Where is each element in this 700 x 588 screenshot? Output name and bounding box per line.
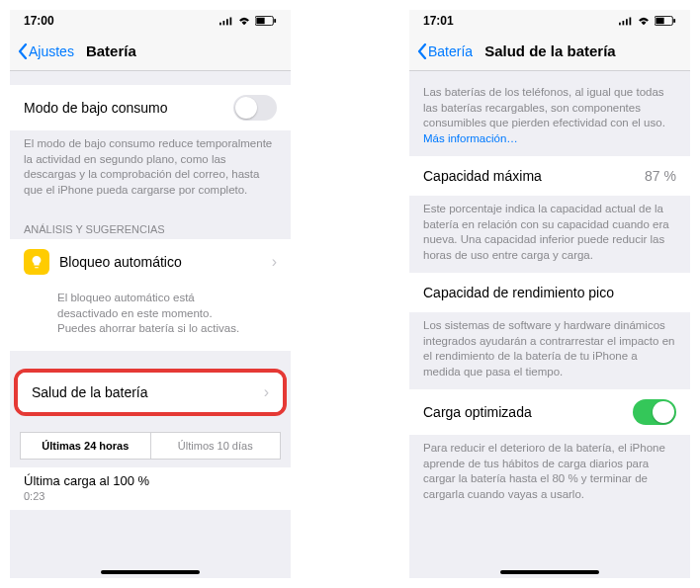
phone-battery-settings: 17:00 Ajustes Batería Modo de bajo consu…: [10, 10, 291, 578]
navbar: Batería Salud de la batería: [409, 32, 690, 71]
svg-rect-7: [619, 23, 621, 26]
max-capacity-footer: Este porcentaje indica la capacidad actu…: [409, 196, 690, 273]
battery-health-highlight: Salud de la batería ›: [14, 369, 287, 416]
svg-rect-2: [226, 19, 228, 25]
last-charge-time: 0:23: [10, 490, 291, 510]
max-capacity-label: Capacidad máxima: [423, 168, 542, 184]
battery-icon: [255, 16, 277, 26]
back-label: Batería: [428, 43, 473, 59]
battery-icon: [655, 16, 676, 26]
chevron-right-icon: ›: [272, 253, 277, 271]
max-capacity-row: Capacidad máxima 87 %: [409, 156, 690, 196]
content: Las baterías de los teléfonos, al igual …: [409, 71, 690, 578]
phone-battery-health: 17:01 Batería Salud de la batería Las ba…: [409, 10, 690, 578]
time-range-segment[interactable]: Últimas 24 horas Últimos 10 días: [20, 432, 281, 460]
wifi-icon: [237, 16, 251, 26]
status-indicators: [619, 16, 676, 26]
low-power-footer: El modo de bajo consumo reduce temporalm…: [10, 130, 291, 208]
status-bar: 17:01: [409, 10, 690, 32]
status-bar: 17:00: [10, 10, 291, 32]
svg-rect-0: [219, 23, 221, 26]
suggestion-detail: El bloqueo automático está desactivado e…: [10, 285, 291, 351]
intro-text: Las baterías de los teléfonos, al igual …: [409, 71, 690, 156]
back-label: Ajustes: [29, 43, 74, 59]
back-button[interactable]: Ajustes: [18, 43, 74, 59]
svg-rect-10: [630, 18, 632, 26]
optimized-charging-toggle[interactable]: [633, 399, 676, 425]
svg-rect-12: [656, 18, 663, 24]
svg-rect-6: [274, 19, 276, 23]
intro-body: Las baterías de los teléfonos, al igual …: [423, 86, 665, 128]
segment-24h[interactable]: Últimas 24 horas: [21, 433, 150, 459]
content: Modo de bajo consumo El modo de bajo con…: [10, 71, 291, 578]
svg-rect-8: [623, 21, 625, 25]
back-button[interactable]: Batería: [417, 43, 473, 59]
status-indicators: [219, 16, 277, 26]
battery-health-label: Salud de la batería: [32, 384, 148, 400]
chevron-left-icon: [417, 43, 427, 59]
status-time: 17:01: [423, 14, 454, 28]
svg-rect-5: [256, 18, 264, 24]
svg-rect-9: [626, 19, 628, 25]
peak-performance-row: Capacidad de rendimiento pico: [409, 273, 690, 312]
peak-performance-footer: Los sistemas de software y hardware diná…: [409, 312, 690, 389]
optimized-charging-row[interactable]: Carga optimizada: [409, 389, 690, 435]
optimized-charging-footer: Para reducir el deterioro de la batería,…: [409, 435, 690, 512]
home-indicator[interactable]: [500, 570, 599, 574]
analysis-header: ANÁLISIS Y SUGERENCIAS: [10, 208, 291, 239]
segment-10d[interactable]: Últimos 10 días: [150, 433, 281, 459]
svg-rect-1: [223, 21, 225, 25]
navbar: Ajustes Batería: [10, 32, 291, 71]
page-title: Batería: [86, 42, 136, 59]
signal-icon: [619, 16, 633, 26]
signal-icon: [219, 16, 233, 26]
battery-health-row[interactable]: Salud de la batería ›: [18, 373, 283, 412]
low-power-label: Modo de bajo consumo: [24, 100, 168, 116]
wifi-icon: [637, 16, 651, 26]
page-title: Salud de la batería: [484, 42, 616, 59]
chevron-right-icon: ›: [264, 383, 269, 401]
suggestion-title: Bloqueo automático: [59, 254, 272, 270]
optimized-charging-label: Carga optimizada: [423, 404, 532, 420]
peak-performance-label: Capacidad de rendimiento pico: [423, 285, 614, 300]
more-info-link[interactable]: Más información…: [423, 132, 518, 144]
low-power-toggle[interactable]: [233, 95, 277, 121]
chevron-left-icon: [18, 43, 28, 59]
suggestion-row[interactable]: Bloqueo automático ›: [10, 239, 291, 285]
svg-rect-13: [673, 19, 675, 23]
max-capacity-value: 87 %: [645, 168, 676, 184]
status-time: 17:00: [24, 14, 54, 28]
home-indicator[interactable]: [101, 570, 200, 574]
low-power-row[interactable]: Modo de bajo consumo: [10, 85, 291, 130]
last-charge-label: Última carga al 100 %: [10, 467, 291, 490]
svg-rect-3: [230, 18, 232, 26]
lightbulb-icon: [24, 249, 49, 275]
